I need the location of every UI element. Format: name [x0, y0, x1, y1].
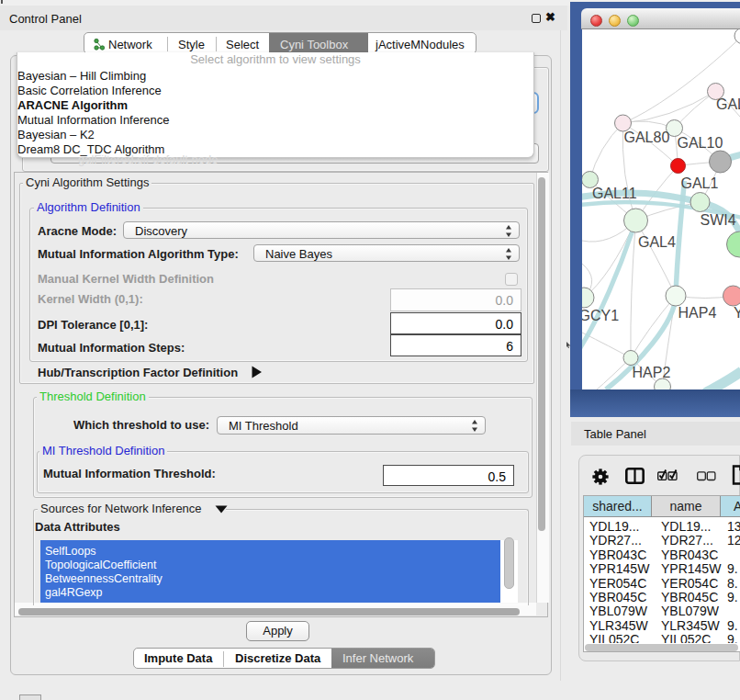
svg-text:HAP4: HAP4 — [678, 305, 717, 321]
svg-text:GAL11: GAL11 — [592, 186, 637, 201]
svg-text:GAL80: GAL80 — [624, 130, 670, 145]
svg-text:GCY1: GCY1 — [582, 308, 619, 323]
svg-text:GAL: GAL — [716, 96, 740, 112]
svg-text:GAL1: GAL1 — [681, 175, 719, 191]
svg-text:GAL4: GAL4 — [638, 234, 676, 250]
svg-text:Y: Y — [734, 305, 740, 321]
svg-text:HAP2: HAP2 — [633, 365, 671, 380]
svg-text:SWI4: SWI4 — [701, 212, 736, 228]
svg-text:GAL10: GAL10 — [678, 135, 723, 151]
